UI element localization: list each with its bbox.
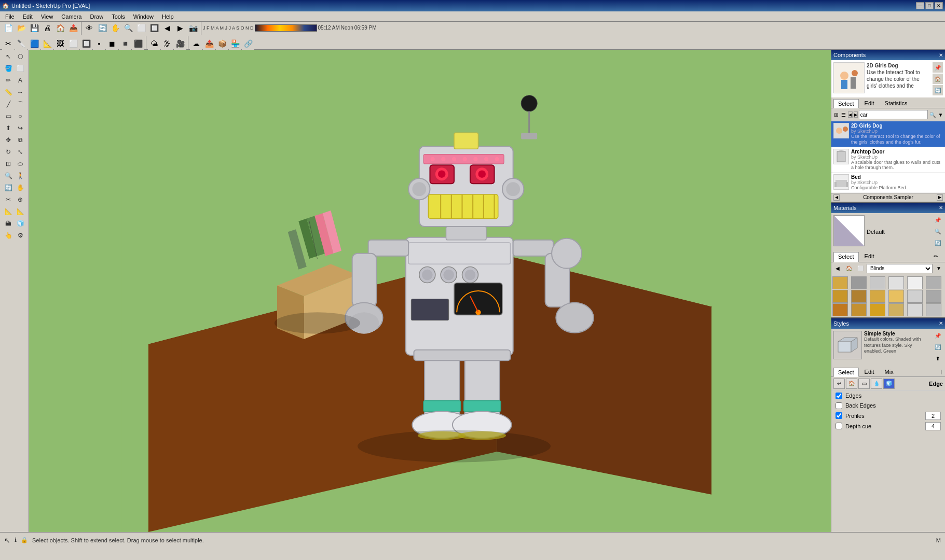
pan-tool[interactable]: ✋: [15, 182, 26, 193]
style-tab-edit[interactable]: Edit: [860, 367, 879, 376]
menu-edit[interactable]: Edit: [19, 12, 37, 21]
select-tool[interactable]: ↖: [3, 51, 14, 62]
zoom-extents[interactable]: 🔲: [148, 22, 160, 34]
interact-tool[interactable]: 👆: [3, 230, 14, 241]
edge-style-btn[interactable]: ↩: [833, 379, 845, 389]
back-edges-checkbox[interactable]: [836, 402, 842, 409]
mat-swatch-13[interactable]: [832, 303, 848, 316]
style-cycle-btn[interactable]: 🔄: [933, 342, 943, 353]
comp-item-3[interactable]: Bed by SketchUp Configurable Platform Be…: [831, 173, 945, 193]
time-gradient[interactable]: [255, 24, 317, 32]
watermark-style-btn[interactable]: 💧: [871, 379, 882, 389]
comp-refresh-btn[interactable]: 🔄: [933, 85, 943, 95]
monochrome[interactable]: ⬛: [132, 37, 144, 50]
menu-tools[interactable]: Tools: [107, 12, 129, 21]
mat-swatch-9[interactable]: [870, 290, 885, 303]
components-close[interactable]: ✕: [939, 52, 943, 58]
comp-house-btn[interactable]: 🏠: [933, 74, 943, 84]
mat-create-btn[interactable]: 📌: [933, 215, 943, 226]
pos-camera[interactable]: 📷: [187, 22, 199, 34]
mat-category-select[interactable]: Blinds Brick and Cladding Carpet and Tex…: [867, 264, 933, 273]
zoom-window[interactable]: ⬜: [135, 22, 147, 34]
viewport[interactable]: [29, 50, 831, 532]
fog[interactable]: 🌫: [161, 37, 173, 50]
circle-tool[interactable]: ○: [15, 110, 26, 122]
eraser[interactable]: ⬜: [15, 63, 26, 74]
shaded-textured[interactable]: ◾: [119, 37, 131, 50]
styles-close[interactable]: ✕: [939, 320, 943, 326]
print-button[interactable]: 🖨: [41, 22, 53, 34]
comp-tab-edit[interactable]: Edit: [860, 99, 879, 108]
mat-swatch-18[interactable]: [926, 303, 941, 316]
comp-left-arrow[interactable]: ◀: [833, 194, 840, 201]
solid-tool[interactable]: 🧊: [15, 218, 26, 229]
mat-refresh-btn[interactable]: 🔄: [933, 238, 943, 248]
mat-swatch-10[interactable]: [888, 290, 904, 303]
mat-back-btn[interactable]: ◀: [832, 263, 843, 274]
pan[interactable]: ✋: [109, 22, 121, 34]
model-style-btn[interactable]: 🧊: [883, 379, 895, 389]
section-display[interactable]: 📐: [41, 37, 53, 50]
mat-swatch-7[interactable]: [832, 290, 848, 303]
section-plane[interactable]: ✂: [2, 37, 15, 50]
mat-swatch-1[interactable]: [832, 276, 848, 289]
style-create-btn[interactable]: 📌: [933, 331, 943, 341]
mat-up-btn[interactable]: 🏠: [844, 263, 854, 274]
walk-tool[interactable]: 🚶: [15, 170, 26, 181]
section-fill[interactable]: 🟦: [28, 37, 40, 50]
dimension[interactable]: ↔: [15, 87, 26, 98]
style-tab-mix[interactable]: Mix: [880, 367, 898, 376]
shadows[interactable]: 🌤: [148, 37, 160, 50]
move-tool[interactable]: ✥: [3, 134, 14, 146]
minimize-button[interactable]: —: [916, 2, 924, 9]
profiles-checkbox[interactable]: [836, 412, 842, 419]
next-view[interactable]: ▶: [174, 22, 186, 34]
line-tool[interactable]: ╱: [3, 99, 14, 110]
mat-swatch-15[interactable]: [870, 303, 885, 316]
menu-camera[interactable]: Camera: [57, 12, 86, 21]
tape-measure[interactable]: 📏: [3, 87, 14, 98]
axes-tool[interactable]: ⊕: [15, 194, 26, 205]
extension-warehouse[interactable]: 🏪: [229, 37, 241, 50]
comp-tab-statistics[interactable]: Statistics: [880, 99, 912, 108]
menu-window[interactable]: Window: [129, 12, 158, 21]
scale-tool[interactable]: ⤡: [15, 146, 26, 158]
mat-pencil-btn[interactable]: ✏: [930, 251, 941, 262]
paint-bucket[interactable]: 🪣: [3, 63, 14, 74]
mat-options-btn[interactable]: ▼: [934, 263, 944, 274]
comp-view1-btn[interactable]: ⊞: [832, 109, 839, 120]
mat-swatch-6[interactable]: [926, 276, 941, 289]
section-view[interactable]: 🖼: [54, 37, 66, 50]
shaded[interactable]: ◼: [106, 37, 118, 50]
mat-swatch-17[interactable]: [907, 303, 923, 316]
follow-me[interactable]: ↪: [15, 122, 26, 134]
protractor-tool[interactable]: 📐: [15, 206, 26, 217]
mat-swatch-3[interactable]: [870, 276, 885, 289]
comp-item-1[interactable]: 2D Girls Dog by SketchUp Use the Interac…: [831, 121, 945, 147]
mat-details-btn[interactable]: 🔍: [933, 227, 943, 237]
mat-tab-edit[interactable]: Edit: [860, 251, 879, 262]
zoom-tool[interactable]: 🔍: [3, 170, 14, 181]
depth-cue-checkbox[interactable]: [836, 423, 842, 429]
push-pull[interactable]: ⬆: [3, 122, 14, 134]
prev-view[interactable]: ◀: [161, 22, 173, 34]
orbit-tool[interactable]: 🔄: [3, 182, 14, 193]
new-button[interactable]: 📄: [2, 22, 15, 34]
advanced-tool[interactable]: ⚙: [15, 230, 26, 241]
advanced-camera[interactable]: 🎥: [174, 37, 186, 50]
comp-view2-btn[interactable]: ☰: [840, 109, 847, 120]
mat-swatch-2[interactable]: [851, 276, 867, 289]
bg-style-btn[interactable]: ▭: [858, 379, 870, 389]
mat-swatch-14[interactable]: [851, 303, 867, 316]
menu-help[interactable]: Help: [158, 12, 178, 21]
mat-swatch-8[interactable]: [851, 290, 867, 303]
hidden-line[interactable]: ▪: [93, 37, 105, 50]
profiles-input[interactable]: [925, 412, 941, 420]
pencil[interactable]: ✏: [3, 75, 14, 86]
mat-swatch-12[interactable]: [926, 290, 941, 303]
comp-prev-btn[interactable]: ◀: [848, 111, 852, 118]
trimble-connect[interactable]: 🔗: [242, 37, 254, 50]
section-plane-tool[interactable]: ✂: [3, 194, 14, 205]
rotate-tool[interactable]: ↻: [3, 146, 14, 158]
wireframe[interactable]: 🔲: [80, 37, 92, 50]
